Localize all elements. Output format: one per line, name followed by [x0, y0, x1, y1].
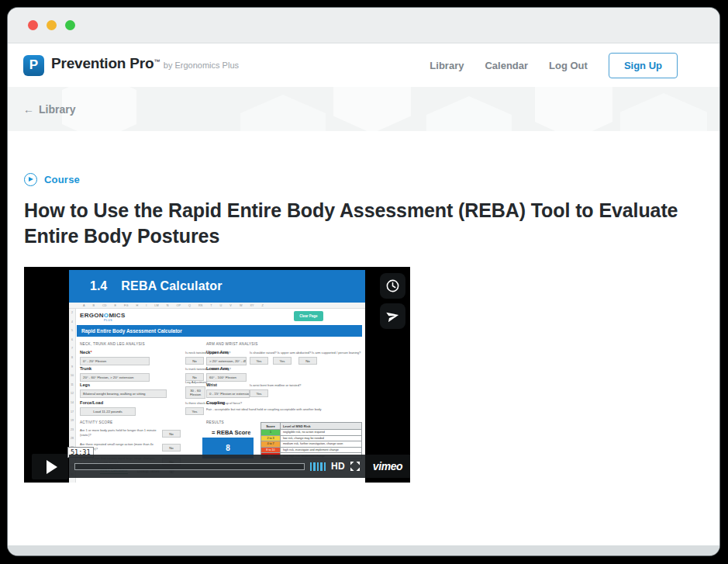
neck-value: 0° - 20° Flexion	[80, 357, 150, 365]
browser-window: P Prevention Pro™ by Ergonomics Plus Lib…	[8, 8, 719, 555]
slide-title: REBA Calculator	[121, 279, 222, 293]
coupling-label: Coupling	[206, 400, 225, 405]
slide-number: 1.4	[90, 279, 107, 293]
lower-arm-label: Lower Arm	[206, 366, 229, 371]
nav-link-library[interactable]: Library	[430, 60, 464, 71]
wrist-value: 0 - 15° Flexion or extension	[206, 389, 250, 398]
trunk-value: 20° - 60° Flexion, > 20° extension	[80, 373, 150, 382]
player-control-bar: HD	[69, 455, 365, 478]
activity-score-header: ACTIVITY SCORE	[80, 420, 112, 424]
upper-arm-answer-2: Yes	[273, 357, 292, 365]
page-title: How to Use the Rapid Entire Body Assessm…	[24, 198, 705, 249]
clock-icon	[385, 279, 400, 293]
trunk-label: Trunk	[80, 366, 91, 371]
progress-bar[interactable]	[74, 463, 305, 470]
slide-header-bar: 1.4 REBA Calculator	[69, 270, 365, 303]
main-nav: Library Calendar Log Out Sign Up	[430, 53, 678, 78]
brand-logo[interactable]: P Prevention Pro™ by Ergonomics Plus	[23, 55, 239, 76]
right-section-header: ARM AND WRIST ANALYSIS	[206, 342, 258, 346]
calculator-title-banner: Rapid Entire Body Assessment Calculator	[77, 325, 362, 337]
force-load-label: Force/Load	[80, 400, 103, 405]
legs-label: Legs	[80, 382, 90, 387]
hexagon-decoration	[620, 93, 707, 131]
breadcrumb-label: Library	[39, 103, 75, 116]
sheet-column-letters: A B CD E FG H I LM N OP Q RS T U V W XY …	[69, 303, 365, 309]
upper-arm-value: > 20° extension, 20° - 45° Flexi	[206, 357, 247, 365]
leg-adjustment-value: 30 - 60 Flexion	[185, 386, 205, 399]
nav-link-calendar[interactable]: Calendar	[485, 60, 528, 71]
hexagon-decoration	[333, 87, 411, 131]
brand-byline: by Ergonomics Plus	[164, 61, 239, 70]
trademark-symbol: ™	[154, 57, 160, 64]
risk-table-row: 4 to 7 medium risk, further investigatio…	[261, 441, 361, 448]
activity-answer-1: No	[162, 430, 181, 438]
watch-later-button[interactable]	[380, 273, 405, 299]
window-titlebar	[8, 8, 719, 43]
upper-arm-question: Is shoulder raised? Is upper arm abducte…	[250, 351, 364, 355]
reba-score-label: = REBA Score	[212, 429, 250, 436]
risk-table-row: 8 to 10 high risk, investigate and imple…	[261, 448, 361, 454]
wrist-answer: Yes	[250, 389, 268, 397]
back-arrow-icon: ←	[23, 103, 34, 116]
fullscreen-button[interactable]	[350, 462, 360, 471]
wrist-label: Wrist	[206, 382, 217, 387]
volume-control[interactable]	[310, 462, 326, 471]
hexagon-decoration	[535, 87, 612, 131]
wrist-question: Is wrist bent from midline or twisted?	[250, 383, 343, 388]
vimeo-wordmark: vimeo	[373, 460, 402, 472]
vimeo-video-player[interactable]: 1.4 REBA Calculator A B CD E FG H I LM N…	[24, 267, 410, 483]
activity-answer-2: No	[162, 444, 181, 452]
ergonomics-plus-logo: ERGONOMICS	[80, 312, 126, 319]
ergonomics-plus-logo-sub: PLUS	[104, 319, 112, 322]
sign-up-button[interactable]: Sign Up	[609, 53, 678, 78]
fullscreen-icon	[350, 462, 360, 471]
upper-arm-answer-1: Yes	[250, 357, 268, 365]
close-window-button[interactable]	[28, 20, 38, 30]
clear-page-button: Clear Page	[294, 311, 323, 321]
force-load-value: Load 11-22 pounds	[80, 407, 136, 416]
brand-name: Prevention Pro	[51, 55, 154, 71]
play-button[interactable]	[32, 454, 68, 479]
breadcrumb-band: ←Library	[8, 87, 719, 131]
zoom-window-button[interactable]	[65, 20, 75, 30]
neck-answer: No	[185, 357, 204, 365]
risk-table-header: Score Level of MSD Risk	[261, 423, 361, 430]
risk-table-row: 2 to 3 low risk, change may be needed	[261, 436, 361, 442]
legs-value: Bilateral weight bearing, walking or sit…	[80, 389, 167, 398]
risk-table-row: 1 negligible risk, no action required	[261, 430, 361, 436]
activity-question-1: Are 1 or more body parts held for longer…	[80, 428, 157, 438]
hd-badge: HD	[331, 461, 345, 472]
hexagon-decoration	[240, 95, 326, 131]
upper-arm-answer-3: No	[298, 357, 317, 365]
play-circle-icon	[24, 173, 37, 186]
left-section-header: NECK, TRUNK AND LEG ANALYSIS	[80, 342, 145, 346]
force-load-answer: Yes	[185, 407, 204, 415]
course-badge: Course	[24, 173, 719, 186]
prevention-pro-logo-icon: P	[23, 55, 44, 76]
coupling-value: Fair - acceptable but not ideal hand hol…	[206, 407, 361, 412]
neck-label: Neck*	[80, 350, 92, 355]
results-header: RESULTS	[206, 420, 224, 424]
window-bottom-edge	[8, 545, 719, 555]
vimeo-logo-link[interactable]: vimeo	[365, 455, 410, 478]
course-badge-label: Course	[44, 174, 80, 185]
upper-arm-label: Upper Arm	[206, 350, 229, 355]
nav-link-logout[interactable]: Log Out	[549, 60, 588, 71]
breadcrumb-back-link[interactable]: ←Library	[23, 103, 75, 116]
minimize-window-button[interactable]	[47, 20, 57, 30]
paper-plane-icon	[385, 308, 400, 324]
hexagon-decoration	[426, 96, 512, 131]
page-content: Course How to Use the Rapid Entire Body …	[8, 173, 719, 483]
site-header: P Prevention Pro™ by Ergonomics Plus Lib…	[8, 43, 719, 87]
share-button[interactable]	[380, 303, 405, 329]
msd-risk-table: Score Level of MSD Risk 1 negligible ris…	[260, 422, 362, 459]
